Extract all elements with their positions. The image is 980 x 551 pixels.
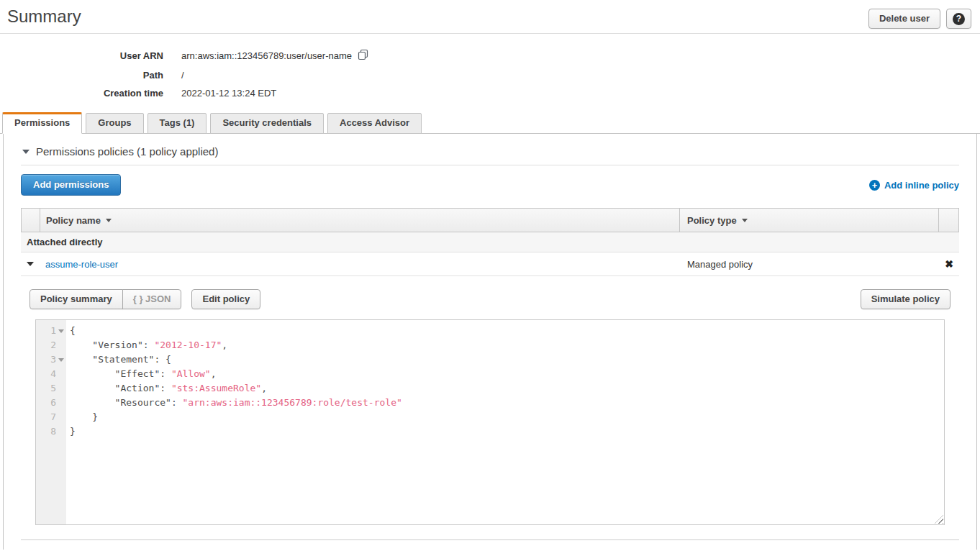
code-line: }: [70, 424, 944, 439]
line-number: 8: [36, 424, 56, 439]
fold-toggle-icon[interactable]: [56, 329, 66, 333]
creation-time-label: Creation time: [0, 88, 181, 99]
code-line: }: [70, 410, 944, 424]
header-actions: Delete user ?: [868, 6, 973, 29]
policy-table-row: assume-role-user Managed policy ✖: [21, 252, 959, 276]
policy-name-column-header[interactable]: Policy name: [40, 209, 679, 232]
tab-access-advisor[interactable]: Access Advisor: [327, 113, 422, 134]
policies-table: Policy name Policy type Attached directl…: [21, 208, 959, 540]
policy-type-cell: Managed policy: [680, 259, 939, 270]
tab-tags[interactable]: Tags (1): [148, 113, 207, 134]
expander-column-header: [22, 209, 40, 232]
edit-policy-button[interactable]: Edit policy: [191, 289, 260, 309]
path-label: Path: [0, 70, 181, 81]
json-button[interactable]: { } JSON: [122, 289, 182, 309]
section-collapse-icon: [22, 150, 30, 154]
code-line: "Action": "sts:AssumeRole",: [70, 381, 944, 396]
policy-name-cell: assume-role-user: [40, 259, 680, 270]
line-number: 3: [36, 352, 56, 367]
tab-permissions[interactable]: Permissions: [2, 112, 82, 134]
copy-icon[interactable]: [358, 49, 369, 63]
plus-circle-icon: +: [869, 180, 880, 191]
help-icon: ?: [953, 13, 965, 25]
permissions-policies-section-header[interactable]: Permissions policies (1 policy applied): [21, 134, 959, 165]
gutter-line: 6: [36, 396, 66, 410]
add-permissions-button[interactable]: Add permissions: [21, 174, 121, 196]
page-title: Summary: [7, 6, 81, 27]
section-title: Permissions policies (1 policy applied): [36, 145, 218, 158]
policies-toolbar: Add permissions + Add inline policy: [21, 174, 959, 196]
permissions-tab-panel: Permissions policies (1 policy applied) …: [3, 134, 977, 550]
tab-security-credentials[interactable]: Security credentials: [210, 113, 324, 134]
page-header: Summary Delete user ?: [0, 0, 980, 34]
help-button[interactable]: ?: [946, 9, 971, 29]
detail-row-user-arn: User ARN arn:aws:iam::123456789:user/use…: [0, 45, 980, 66]
policy-summary-button[interactable]: Policy summary: [30, 289, 123, 309]
policy-name-link[interactable]: assume-role-user: [45, 259, 118, 270]
code-line: "Effect": "Allow",: [70, 367, 944, 381]
line-number: 2: [36, 338, 56, 352]
line-number: 7: [36, 410, 56, 424]
gutter-line: 3: [36, 352, 66, 367]
creation-time-value: 2022-01-12 13:24 EDT: [181, 88, 276, 99]
user-arn-value: arn:aws:iam::123456789:user/user-name: [181, 49, 369, 63]
chevron-down-icon: [27, 262, 34, 266]
code-line: "Statement": {: [70, 352, 944, 367]
code-line: "Version": "2012-10-17",: [70, 338, 944, 352]
tab-bar: Permissions Groups Tags (1) Security cre…: [0, 112, 980, 134]
fold-toggle-icon[interactable]: [56, 358, 66, 362]
path-value: /: [181, 70, 184, 81]
group-row-attached-directly: Attached directly: [21, 232, 959, 252]
sort-caret-icon: [106, 219, 112, 222]
line-number: 6: [36, 396, 56, 410]
sort-caret-icon: [742, 219, 748, 222]
user-arn-label: User ARN: [0, 50, 181, 61]
remove-column-header: [938, 209, 958, 232]
row-expander[interactable]: [21, 262, 40, 266]
user-details: User ARN arn:aws:iam::123456789:user/use…: [0, 45, 980, 102]
line-number: 4: [36, 367, 56, 381]
tab-groups[interactable]: Groups: [86, 113, 143, 134]
policy-detail-expanded: Policy summary { } JSON Edit policy Simu…: [21, 276, 959, 540]
editor-gutter: 12345678: [36, 320, 66, 524]
editor-code: { "Version": "2012-10-17", "Statement": …: [66, 320, 944, 524]
detail-row-creation-time: Creation time 2022-01-12 13:24 EDT: [0, 84, 980, 102]
json-editor[interactable]: 12345678 { "Version": "2012-10-17", "Sta…: [35, 319, 945, 525]
iam-user-summary-page: Summary Delete user ? User ARN arn:aws:i…: [0, 0, 980, 551]
line-number: 5: [36, 381, 56, 396]
detail-row-path: Path /: [0, 66, 980, 84]
code-line: {: [70, 324, 944, 338]
simulate-policy-button[interactable]: Simulate policy: [861, 289, 950, 309]
delete-user-button[interactable]: Delete user: [868, 9, 940, 29]
policy-type-column-header[interactable]: Policy type: [679, 209, 938, 232]
gutter-line: 7: [36, 410, 66, 424]
braces-icon: { }: [133, 293, 143, 304]
policy-view-segmented-control: Policy summary { } JSON: [30, 289, 181, 309]
remove-policy-icon[interactable]: ✖: [939, 258, 959, 270]
add-inline-policy-link[interactable]: + Add inline policy: [869, 180, 959, 191]
line-number: 1: [36, 324, 56, 338]
policy-detail-toolbar: Policy summary { } JSON Edit policy Simu…: [30, 289, 950, 309]
gutter-line: 1: [36, 324, 66, 338]
gutter-line: 5: [36, 381, 66, 396]
gutter-line: 8: [36, 424, 66, 439]
gutter-line: 4: [36, 367, 66, 381]
code-line: "Resource": "arn:aws:iam::123456789:role…: [70, 396, 944, 410]
gutter-line: 2: [36, 338, 66, 352]
table-header: Policy name Policy type: [21, 208, 959, 232]
